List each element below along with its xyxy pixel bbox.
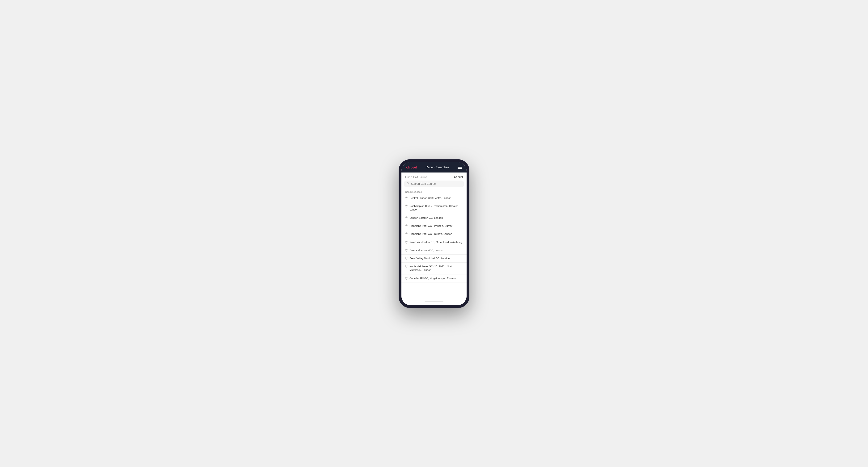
svg-point-5 [406,225,407,226]
list-item[interactable]: Brent Valley Municipal GC, London [401,255,467,262]
location-pin-icon [405,205,408,208]
course-name: Royal Wimbledon GC, Great London Authori… [409,241,463,244]
list-item[interactable]: Central London Golf Centre, London [401,194,467,202]
svg-point-11 [406,278,407,278]
find-bar: Find a Golf Course Cancel [401,173,467,181]
svg-point-4 [406,217,407,217]
svg-point-10 [406,266,407,266]
svg-line-1 [408,184,409,185]
list-item[interactable]: Richmond Park GC - Prince's, Surrey [401,222,467,230]
location-pin-icon [405,277,408,280]
course-name: Richmond Park GC - Prince's, Surrey [409,224,453,228]
phone-screen: clippd Recent Searches Find a Golf Cours… [401,162,467,305]
list-item[interactable]: Richmond Park GC - Duke's, London [401,230,467,238]
home-indicator [401,299,467,305]
location-pin-icon [405,232,408,236]
course-name: Brent Valley Municipal GC, London [409,257,450,260]
list-item[interactable]: Roehampton Club - Roehampton, Greater Lo… [401,202,467,214]
svg-point-3 [406,205,407,206]
search-icon [407,182,409,186]
nearby-label: Nearby courses [401,189,467,194]
list-item[interactable]: North Middlesex GC (1011942 - North Midd… [401,262,467,275]
course-name: London Scottish GC, London [409,216,443,220]
list-item[interactable]: Dukes Meadows GC, London [401,246,467,254]
svg-point-2 [406,197,407,197]
list-item[interactable]: Royal Wimbledon GC, Great London Authori… [401,238,467,246]
location-pin-icon [405,196,408,200]
header-title: Recent Searches [426,165,450,169]
location-pin-icon [405,224,408,228]
svg-point-9 [406,257,407,258]
phone-device: clippd Recent Searches Find a Golf Cours… [399,159,469,308]
course-list: Central London Golf Centre, London Roeha… [401,194,467,283]
menu-icon[interactable] [458,166,462,169]
search-box [404,181,464,187]
course-name: North Middlesex GC (1011942 - North Midd… [409,265,463,272]
course-name: Coombe Hill GC, Kingston upon Thames [409,277,457,280]
list-item[interactable]: Coombe Hill GC, Kingston upon Thames [401,275,467,282]
cancel-button[interactable]: Cancel [454,175,463,179]
app-logo: clippd [406,165,417,169]
search-input[interactable] [411,182,461,185]
course-name: Dukes Meadows GC, London [409,248,443,252]
find-label: Find a Golf Course [405,176,427,178]
app-header: clippd Recent Searches [401,162,467,173]
location-pin-icon [405,216,408,220]
location-pin-icon [405,249,408,252]
list-item[interactable]: London Scottish GC, London [401,214,467,222]
course-name: Roehampton Club - Roehampton, Greater Lo… [409,205,463,212]
course-name: Central London Golf Centre, London [409,196,451,200]
svg-point-7 [406,241,407,242]
search-container [401,181,467,189]
home-bar [425,302,443,302]
location-pin-icon [405,265,408,268]
nearby-section: Nearby courses Central London Golf Centr… [401,189,467,299]
content-area: Find a Golf Course Cancel Nearby [401,173,467,299]
svg-point-6 [406,233,407,234]
location-pin-icon [405,241,408,244]
location-pin-icon [405,257,408,260]
course-name: Richmond Park GC - Duke's, London [409,232,452,236]
svg-point-8 [406,249,407,250]
